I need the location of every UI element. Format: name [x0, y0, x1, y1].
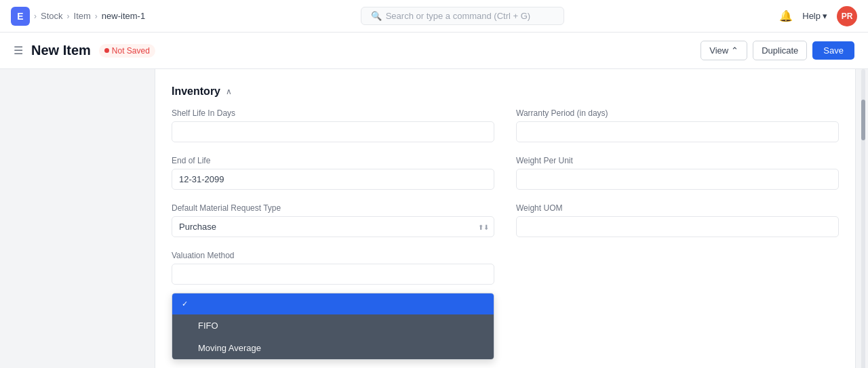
dropdown-item-moving-average-label: Moving Average — [198, 343, 261, 353]
default-material-select-wrapper: Purchase Transfer Material Issue Manufac… — [172, 216, 494, 237]
valuation-method-label: Valuation Method — [172, 251, 494, 260]
scrollbar-track — [861, 69, 865, 368]
search-icon: 🔍 — [371, 11, 382, 21]
collapse-inventory-icon[interactable]: ∧ — [226, 87, 232, 96]
duplicate-button[interactable]: Duplicate — [753, 41, 807, 60]
sidebar-right — [856, 69, 868, 368]
view-label: View — [709, 45, 728, 56]
check-icon: ✓ — [182, 300, 188, 308]
weight-uom-label: Weight UOM — [516, 203, 839, 213]
topbar-right: 🔔 Help ▾ PR — [779, 6, 857, 26]
page-header: ☰ New Item Not Saved View ⌃ Duplicate Sa… — [0, 33, 868, 69]
weight-uom-input[interactable] — [516, 216, 839, 237]
breadcrumb-new-item: new-item-1 — [102, 11, 145, 21]
weight-per-unit-label: Weight Per Unit — [516, 156, 839, 165]
help-button[interactable]: Help ▾ — [802, 11, 827, 21]
avatar[interactable]: PR — [837, 6, 857, 26]
warranty-period-input[interactable] — [516, 121, 839, 142]
section-title-inventory: Inventory — [172, 85, 220, 98]
save-button[interactable]: Save — [812, 41, 854, 60]
help-chevron-icon: ▾ — [823, 11, 827, 21]
view-button[interactable]: View ⌃ — [701, 41, 747, 60]
main-content: Inventory ∧ Shelf Life In Days Warranty … — [0, 69, 868, 368]
dropdown-item-fifo[interactable]: FIFO — [172, 314, 494, 337]
default-material-label: Default Material Request Type — [172, 203, 494, 213]
default-material-group: Default Material Request Type Purchase T… — [172, 203, 494, 237]
view-chevron-icon: ⌃ — [731, 45, 738, 56]
topbar-center: 🔍 Search or type a command (Ctrl + G) — [145, 7, 779, 25]
shelf-life-label: Shelf Life In Days — [172, 108, 494, 118]
end-of-life-label: End of Life — [172, 156, 494, 165]
weight-per-unit-input[interactable] — [516, 169, 839, 190]
page-header-left: ☰ New Item Not Saved — [14, 43, 155, 58]
dropdown-item-moving-average[interactable]: Moving Average — [172, 337, 494, 359]
scrollbar-thumb[interactable] — [861, 100, 865, 140]
shelf-life-input[interactable] — [172, 121, 494, 142]
page-title: New Item — [31, 43, 91, 58]
breadcrumb-stock[interactable]: Stock — [41, 11, 63, 21]
breadcrumb-sep-1: › — [34, 12, 37, 21]
notification-icon[interactable]: 🔔 — [779, 9, 793, 22]
sidebar-toggle-icon[interactable]: ☰ — [14, 44, 23, 57]
topbar: E › Stock › Item › new-item-1 🔍 Search o… — [0, 0, 868, 33]
not-saved-label: Not Saved — [112, 46, 150, 56]
app-icon[interactable]: E — [11, 7, 30, 26]
dropdown-item-fifo-label: FIFO — [198, 321, 218, 331]
shelf-life-group: Shelf Life In Days — [172, 108, 494, 142]
not-saved-dot — [104, 48, 109, 53]
help-label: Help — [802, 11, 821, 21]
search-bar[interactable]: 🔍 Search or type a command (Ctrl + G) — [361, 7, 564, 25]
form-area: Inventory ∧ Shelf Life In Days Warranty … — [155, 69, 856, 368]
search-placeholder: Search or type a command (Ctrl + G) — [386, 11, 531, 21]
end-of-life-input[interactable] — [172, 169, 494, 190]
valuation-method-group: Valuation Method ✓ FIFO Moving Average — [172, 251, 494, 285]
end-of-life-group: End of Life — [172, 156, 494, 190]
valuation-method-input[interactable] — [172, 264, 494, 285]
inventory-form-grid: Shelf Life In Days Warranty Period (in d… — [155, 108, 855, 298]
dropdown-item-empty[interactable]: ✓ — [172, 293, 494, 314]
breadcrumb-sep-3: › — [95, 12, 98, 21]
breadcrumb-sep-2: › — [67, 12, 70, 21]
sidebar-left — [0, 69, 155, 368]
section-header-inventory: Inventory ∧ — [155, 69, 855, 108]
breadcrumb-item[interactable]: Item — [74, 11, 91, 21]
warranty-period-label: Warranty Period (in days) — [516, 108, 839, 118]
weight-per-unit-group: Weight Per Unit — [516, 156, 839, 190]
default-material-select[interactable]: Purchase Transfer Material Issue Manufac… — [172, 216, 494, 237]
not-saved-badge: Not Saved — [99, 44, 155, 58]
warranty-period-group: Warranty Period (in days) — [516, 108, 839, 142]
weight-uom-group: Weight UOM — [516, 203, 839, 237]
page-header-right: View ⌃ Duplicate Save — [701, 41, 854, 60]
valuation-method-dropdown: ✓ FIFO Moving Average — [172, 293, 494, 360]
topbar-left: E › Stock › Item › new-item-1 — [11, 7, 145, 26]
